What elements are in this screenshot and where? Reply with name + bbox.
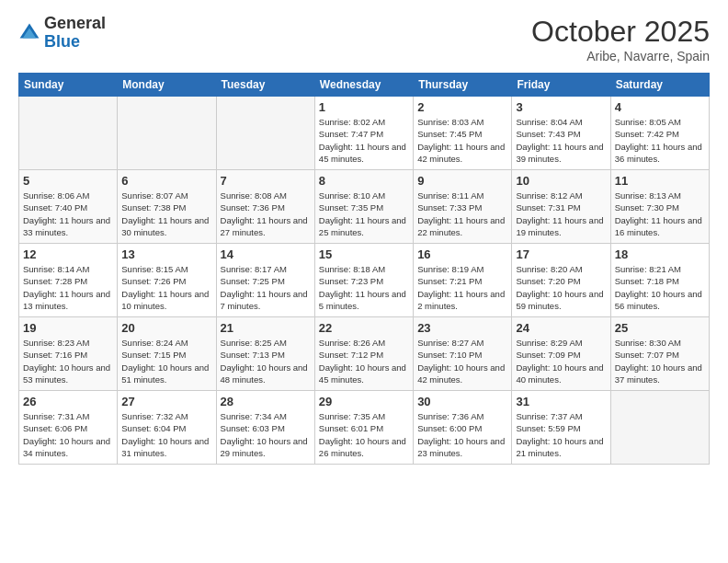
day-info: Sunrise: 8:14 AM Sunset: 7:28 PM Dayligh…	[23, 263, 113, 312]
day-cell: 25Sunrise: 8:30 AM Sunset: 7:07 PM Dayli…	[610, 317, 709, 391]
day-number: 23	[417, 321, 507, 335]
day-cell: 7Sunrise: 8:08 AM Sunset: 7:36 PM Daylig…	[216, 170, 314, 244]
day-number: 19	[23, 321, 113, 335]
day-cell: 13Sunrise: 8:15 AM Sunset: 7:26 PM Dayli…	[118, 244, 216, 317]
day-cell: 8Sunrise: 8:10 AM Sunset: 7:35 PM Daylig…	[314, 170, 413, 244]
header-cell-wednesday: Wednesday	[314, 74, 413, 97]
day-number: 27	[121, 395, 211, 408]
header-cell-friday: Friday	[512, 74, 610, 97]
day-cell: 29Sunrise: 7:35 AM Sunset: 6:01 PM Dayli…	[314, 391, 413, 465]
logo-blue-text: Blue	[44, 32, 80, 51]
day-number: 4	[615, 100, 705, 114]
week-row-4: 19Sunrise: 8:23 AM Sunset: 7:16 PM Dayli…	[19, 317, 710, 391]
day-info: Sunrise: 7:35 AM Sunset: 6:01 PM Dayligh…	[319, 410, 409, 459]
day-info: Sunrise: 8:20 AM Sunset: 7:20 PM Dayligh…	[516, 263, 606, 312]
day-cell: 28Sunrise: 7:34 AM Sunset: 6:03 PM Dayli…	[216, 391, 314, 465]
header-cell-tuesday: Tuesday	[216, 74, 314, 97]
day-cell: 22Sunrise: 8:26 AM Sunset: 7:12 PM Dayli…	[314, 317, 413, 391]
day-info: Sunrise: 8:26 AM Sunset: 7:12 PM Dayligh…	[319, 337, 409, 385]
day-cell: 12Sunrise: 8:14 AM Sunset: 7:28 PM Dayli…	[19, 244, 118, 317]
day-number: 5	[23, 174, 113, 188]
day-number: 17	[516, 247, 606, 261]
day-info: Sunrise: 8:18 AM Sunset: 7:23 PM Dayligh…	[319, 263, 409, 312]
day-cell: 4Sunrise: 8:05 AM Sunset: 7:42 PM Daylig…	[610, 97, 709, 170]
day-info: Sunrise: 7:31 AM Sunset: 6:06 PM Dayligh…	[23, 410, 113, 459]
day-info: Sunrise: 8:17 AM Sunset: 7:25 PM Dayligh…	[221, 263, 311, 312]
logo-icon	[18, 22, 40, 44]
day-cell: 6Sunrise: 8:07 AM Sunset: 7:38 PM Daylig…	[118, 170, 216, 244]
day-info: Sunrise: 8:30 AM Sunset: 7:07 PM Dayligh…	[615, 337, 705, 385]
day-info: Sunrise: 7:36 AM Sunset: 6:00 PM Dayligh…	[417, 410, 507, 459]
title-block: October 2025 Aribe, Navarre, Spain	[531, 15, 710, 63]
day-number: 31	[516, 395, 606, 408]
week-row-1: 1Sunrise: 8:02 AM Sunset: 7:47 PM Daylig…	[19, 97, 710, 170]
day-number: 24	[516, 321, 606, 335]
month-title: October 2025	[531, 15, 710, 49]
day-cell: 26Sunrise: 7:31 AM Sunset: 6:06 PM Dayli…	[19, 391, 118, 465]
week-row-5: 26Sunrise: 7:31 AM Sunset: 6:06 PM Dayli…	[19, 391, 710, 465]
header-cell-monday: Monday	[118, 74, 216, 97]
day-number: 28	[221, 395, 311, 408]
day-info: Sunrise: 8:13 AM Sunset: 7:30 PM Dayligh…	[615, 190, 705, 238]
day-number: 30	[417, 395, 507, 408]
day-number: 1	[319, 100, 409, 114]
day-cell: 18Sunrise: 8:21 AM Sunset: 7:18 PM Dayli…	[610, 244, 709, 317]
day-number: 21	[221, 321, 311, 335]
week-row-2: 5Sunrise: 8:06 AM Sunset: 7:40 PM Daylig…	[19, 170, 710, 244]
day-cell: 14Sunrise: 8:17 AM Sunset: 7:25 PM Dayli…	[216, 244, 314, 317]
day-info: Sunrise: 7:34 AM Sunset: 6:03 PM Dayligh…	[221, 410, 311, 459]
day-number: 16	[417, 247, 507, 261]
day-info: Sunrise: 8:07 AM Sunset: 7:38 PM Dayligh…	[121, 190, 211, 238]
day-info: Sunrise: 8:25 AM Sunset: 7:13 PM Dayligh…	[221, 337, 311, 385]
day-cell	[610, 391, 709, 465]
day-info: Sunrise: 8:21 AM Sunset: 7:18 PM Dayligh…	[615, 263, 705, 312]
day-cell: 31Sunrise: 7:37 AM Sunset: 5:59 PM Dayli…	[512, 391, 610, 465]
day-cell: 2Sunrise: 8:03 AM Sunset: 7:45 PM Daylig…	[414, 97, 512, 170]
day-info: Sunrise: 8:10 AM Sunset: 7:35 PM Dayligh…	[319, 190, 409, 238]
logo: General Blue	[18, 15, 106, 52]
day-number: 13	[121, 247, 211, 261]
day-cell: 11Sunrise: 8:13 AM Sunset: 7:30 PM Dayli…	[610, 170, 709, 244]
day-number: 8	[319, 174, 409, 188]
day-cell: 27Sunrise: 7:32 AM Sunset: 6:04 PM Dayli…	[118, 391, 216, 465]
day-cell: 30Sunrise: 7:36 AM Sunset: 6:00 PM Dayli…	[414, 391, 512, 465]
day-info: Sunrise: 8:04 AM Sunset: 7:43 PM Dayligh…	[516, 116, 606, 165]
day-number: 25	[615, 321, 705, 335]
calendar-table: SundayMondayTuesdayWednesdayThursdayFrid…	[18, 73, 710, 465]
day-info: Sunrise: 8:27 AM Sunset: 7:10 PM Dayligh…	[417, 337, 507, 385]
day-info: Sunrise: 8:06 AM Sunset: 7:40 PM Dayligh…	[23, 190, 113, 238]
logo-general-text: General	[44, 14, 106, 32]
day-info: Sunrise: 8:11 AM Sunset: 7:33 PM Dayligh…	[417, 190, 507, 238]
day-number: 6	[121, 174, 211, 188]
header-cell-saturday: Saturday	[610, 74, 709, 97]
day-cell: 3Sunrise: 8:04 AM Sunset: 7:43 PM Daylig…	[512, 97, 610, 170]
location: Aribe, Navarre, Spain	[531, 49, 710, 63]
day-cell: 9Sunrise: 8:11 AM Sunset: 7:33 PM Daylig…	[414, 170, 512, 244]
day-number: 14	[221, 247, 311, 261]
day-cell	[19, 97, 118, 170]
day-info: Sunrise: 8:29 AM Sunset: 7:09 PM Dayligh…	[516, 337, 606, 385]
day-info: Sunrise: 8:15 AM Sunset: 7:26 PM Dayligh…	[121, 263, 211, 312]
day-number: 20	[121, 321, 211, 335]
day-cell: 20Sunrise: 8:24 AM Sunset: 7:15 PM Dayli…	[118, 317, 216, 391]
week-row-3: 12Sunrise: 8:14 AM Sunset: 7:28 PM Dayli…	[19, 244, 710, 317]
day-info: Sunrise: 8:03 AM Sunset: 7:45 PM Dayligh…	[417, 116, 507, 165]
header-cell-sunday: Sunday	[19, 74, 118, 97]
day-info: Sunrise: 8:02 AM Sunset: 7:47 PM Dayligh…	[319, 116, 409, 165]
day-cell: 23Sunrise: 8:27 AM Sunset: 7:10 PM Dayli…	[414, 317, 512, 391]
day-cell	[118, 97, 216, 170]
day-number: 7	[221, 174, 311, 188]
day-info: Sunrise: 8:08 AM Sunset: 7:36 PM Dayligh…	[221, 190, 311, 238]
day-info: Sunrise: 8:05 AM Sunset: 7:42 PM Dayligh…	[615, 116, 705, 165]
day-cell: 15Sunrise: 8:18 AM Sunset: 7:23 PM Dayli…	[314, 244, 413, 317]
day-info: Sunrise: 8:24 AM Sunset: 7:15 PM Dayligh…	[121, 337, 211, 385]
header: General Blue October 2025 Aribe, Navarre…	[18, 15, 710, 63]
day-info: Sunrise: 8:23 AM Sunset: 7:16 PM Dayligh…	[23, 337, 113, 385]
day-number: 22	[319, 321, 409, 335]
day-cell: 16Sunrise: 8:19 AM Sunset: 7:21 PM Dayli…	[414, 244, 512, 317]
day-number: 3	[516, 100, 606, 114]
day-cell: 17Sunrise: 8:20 AM Sunset: 7:20 PM Dayli…	[512, 244, 610, 317]
day-cell: 5Sunrise: 8:06 AM Sunset: 7:40 PM Daylig…	[19, 170, 118, 244]
day-cell: 1Sunrise: 8:02 AM Sunset: 7:47 PM Daylig…	[314, 97, 413, 170]
day-cell: 24Sunrise: 8:29 AM Sunset: 7:09 PM Dayli…	[512, 317, 610, 391]
